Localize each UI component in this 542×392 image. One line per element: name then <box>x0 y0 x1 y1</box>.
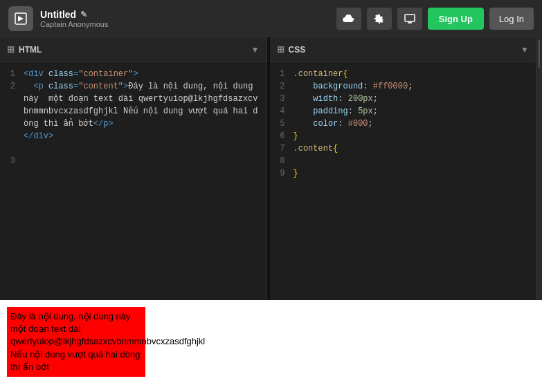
html-panel-icon: ⊞ <box>7 44 15 55</box>
css-panel-chevron[interactable]: ▼ <box>521 45 529 55</box>
svg-marker-1 <box>18 16 24 21</box>
settings-button[interactable] <box>367 8 392 30</box>
html-panel-header: ⊞ HTML ▼ <box>0 37 267 62</box>
title-block: Untitled ✎ Captain Anonymous <box>40 9 108 28</box>
header-right: Sign Up Log In <box>336 8 534 30</box>
css-panel-title: ⊞ CSS <box>277 44 306 55</box>
html-panel-label: HTML <box>19 45 42 55</box>
app-header: Untitled ✎ Captain Anonymous Sign Up Log… <box>0 0 542 37</box>
svg-rect-2 <box>405 15 415 21</box>
app-title-row: Untitled ✎ <box>40 9 108 20</box>
editor-area: ⊞ HTML ▼ 1 2 3 <div class="container"> <… <box>0 37 542 300</box>
header-left: Untitled ✎ Captain Anonymous <box>8 6 108 31</box>
html-panel: ⊞ HTML ▼ 1 2 3 <div class="container"> <… <box>0 37 267 300</box>
preview-area: Đây là nội dung, nội dung này một đoạn t… <box>0 300 542 392</box>
html-code-container: 1 2 3 <div class="container"> <p class="… <box>0 62 267 300</box>
css-panel-label: CSS <box>289 45 306 55</box>
css-line-numbers: 1 2 3 4 5 6 7 8 9 <box>270 62 289 300</box>
css-panel-header: ⊞ CSS ▼ <box>270 37 536 62</box>
html-panel-title: ⊞ HTML <box>7 44 42 55</box>
css-panel: ⊞ CSS ▼ 1 2 3 4 5 6 7 8 9 .container{ ba… <box>270 37 537 300</box>
right-indicator <box>536 37 542 300</box>
app-logo <box>8 6 33 31</box>
html-line-numbers: 1 2 3 <box>0 62 19 300</box>
signup-button[interactable]: Sign Up <box>428 8 484 30</box>
login-button[interactable]: Log In <box>489 8 534 30</box>
css-panel-icon: ⊞ <box>277 44 284 55</box>
html-panel-chevron[interactable]: ▼ <box>251 45 260 55</box>
html-code[interactable]: <div class="container"> <p class="conten… <box>19 62 267 300</box>
css-code[interactable]: .container{ background: #ff0000; width: … <box>289 62 536 300</box>
cloud-button[interactable] <box>336 8 361 30</box>
edit-title-icon[interactable]: ✎ <box>80 10 87 19</box>
preview-text: Đây là nội dung, nội dung này một đoạn t… <box>10 311 205 372</box>
preview-content: Đây là nội dung, nội dung này một đoạn t… <box>7 307 145 377</box>
app-subtitle: Captain Anonymous <box>40 20 108 28</box>
app-title: Untitled <box>40 9 76 20</box>
screen-button[interactable] <box>397 8 422 30</box>
css-code-container: 1 2 3 4 5 6 7 8 9 .container{ background… <box>270 62 536 300</box>
